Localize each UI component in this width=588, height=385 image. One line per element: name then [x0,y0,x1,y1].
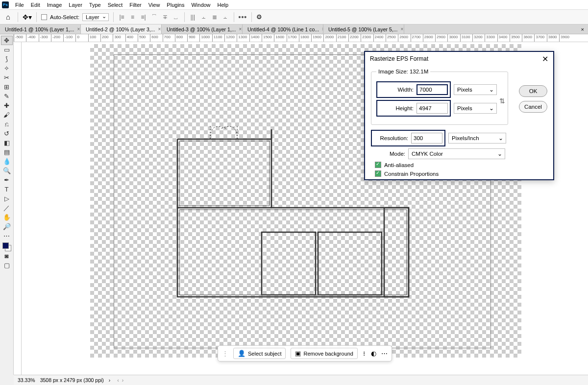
zoom-level[interactable]: 33.33% [18,377,35,383]
align-center-v-icon[interactable]: ∓ [161,13,169,21]
antialiased-checkbox[interactable] [375,162,381,168]
menu-type[interactable]: Type [86,1,104,9]
nav-next-icon[interactable]: › [122,377,124,383]
screen-mode-icon[interactable]: ▢ [1,261,13,270]
menu-file[interactable]: File [12,1,27,9]
menu-view[interactable]: View [145,1,164,9]
close-icon[interactable]: × [158,26,161,32]
move-tool-icon[interactable]: ✥▾ [23,13,32,21]
height-row-highlight: Height: [376,100,451,117]
button-label: Remove background [303,351,353,357]
dodge-tool-icon[interactable]: 🔍 [1,166,13,175]
drag-handle-icon[interactable]: ⋮ [222,350,228,357]
menu-window[interactable]: Window [188,1,214,9]
antialiased-row: Anti-aliased [375,162,547,168]
type-tool-icon[interactable]: T [1,185,13,194]
width-input[interactable] [416,84,448,95]
dialog-titlebar[interactable]: Rasterize EPS Format ✕ [365,52,553,66]
pen-tool-icon[interactable]: ✒ [1,175,13,185]
zoom-tool-icon[interactable]: 🔎 [1,222,13,231]
more-icon[interactable]: ⋯ [381,350,388,357]
document-tabs: Untitled-1 @ 100% (Layer 1,...× Untitled… [0,24,588,34]
height-label: Height: [379,105,414,111]
close-icon[interactable]: × [77,26,80,32]
menu-image[interactable]: Image [44,1,66,9]
healing-tool-icon[interactable]: ✚ [1,101,13,110]
height-input[interactable] [416,103,448,114]
move-tool-icon[interactable]: ✥ [1,36,13,45]
mode-dropdown[interactable]: CMYK Color [408,148,505,159]
menu-filter[interactable]: Filter [126,1,145,9]
align-right-icon[interactable]: ≡| [140,13,147,21]
tab-untitled-3[interactable]: Untitled-3 @ 100% (Layer 1,...× [162,24,243,34]
shape-tool-icon[interactable]: ／ [1,203,13,213]
svg-rect-1 [318,232,382,295]
eraser-tool-icon[interactable]: ◧ [1,138,13,147]
distribute-top-icon[interactable]: ⫠ [200,13,208,21]
menu-plugins[interactable]: Plugins [163,1,188,9]
close-icon[interactable]: ✕ [542,54,548,64]
3d-mode-icon[interactable]: ⚙ [256,13,262,21]
hand-tool-icon[interactable]: ✋ [1,213,13,222]
more-options-icon[interactable]: ••• [239,13,247,21]
tab-untitled-5[interactable]: Untitled-5 @ 100% (Layer 5,...× [323,24,404,34]
resolution-input[interactable] [411,133,442,144]
remove-background-button[interactable]: ▣Remove background [291,348,358,359]
link-icon[interactable]: ⇅ [499,97,505,105]
history-brush-tool-icon[interactable]: ↺ [1,129,13,138]
align-left-icon[interactable]: |≡ [118,13,126,21]
nav-prev-icon[interactable]: ‹ [117,377,119,383]
resolution-unit-dropdown[interactable]: Pixels/Inch [448,133,506,144]
auto-select-dropdown[interactable]: Layer [82,13,109,21]
transform-icon[interactable]: ⫶ [363,350,366,357]
select-subject-button[interactable]: 👤Select subject [233,348,286,359]
auto-select-checkbox[interactable] [41,14,47,20]
menu-select[interactable]: Select [104,1,126,9]
tab-untitled-2[interactable]: Untitled-2 @ 100% (Layer 3,...× [81,24,162,34]
adjustments-icon[interactable]: ◐ [371,350,376,357]
home-icon[interactable]: ⌂ [3,13,13,21]
tab-untitled-4[interactable]: Untitled-4 @ 100% (Line 1 co...× [243,24,323,34]
distribute-v-icon[interactable]: ≣ [211,13,219,21]
menu-help[interactable]: Help [214,1,232,9]
quick-mask-icon[interactable]: ◙ [1,251,13,261]
cancel-button[interactable]: Cancel [519,101,547,113]
frame-tool-icon[interactable]: ⊞ [1,82,13,92]
marquee-tool-icon[interactable]: ▭ [1,45,13,54]
constrain-row: Constrain Proportions [375,170,547,177]
options-bar: ⌂ ✥▾ Auto-Select: Layer |≡ ≡ ≡| ⎴ ∓ ⎵ ||… [0,10,588,24]
close-icon[interactable]: × [400,26,403,32]
height-unit-dropdown[interactable]: Pixels [454,103,497,114]
width-unit-dropdown[interactable]: Pixels [454,84,497,95]
status-bar: 33.33% 3508 px x 2479 px (300 ppi) › ‹ › [14,375,588,385]
ok-button[interactable]: OK [519,85,547,97]
path-select-tool-icon[interactable]: ▷ [1,194,13,203]
tab-label: Untitled-5 @ 100% (Layer 5,... [328,26,397,32]
menu-layer[interactable]: Layer [65,1,86,9]
vertical-ruler [14,42,22,375]
dialog-title: Rasterize EPS Format [370,55,428,62]
tab-untitled-1[interactable]: Untitled-1 @ 100% (Layer 1,...× [0,24,81,34]
close-icon[interactable]: × [239,26,242,32]
crop-tool-icon[interactable]: ✂ [1,73,13,82]
magic-wand-tool-icon[interactable]: ✧ [1,64,13,73]
align-top-icon[interactable]: ⎴ [150,13,158,21]
gradient-tool-icon[interactable]: ▤ [1,147,13,157]
align-center-h-icon[interactable]: ≡ [129,13,137,21]
distribute-bottom-icon[interactable]: ⫠ [221,13,229,21]
constrain-checkbox[interactable] [375,170,381,177]
stamp-tool-icon[interactable]: ⎌ [1,120,13,129]
svg-rect-2 [384,208,409,297]
lasso-tool-icon[interactable]: ⟆ [1,54,13,64]
distribute-h-icon[interactable]: ||| [189,13,197,21]
separator [184,12,185,22]
eyedropper-tool-icon[interactable]: ✎ [1,92,13,101]
edit-toolbar-icon[interactable]: ⋯ [1,231,13,241]
close-all-tabs[interactable]: × [577,24,588,34]
align-bottom-icon[interactable]: ⎵ [172,13,180,21]
chevron-right-icon[interactable]: › [109,377,111,383]
blur-tool-icon[interactable]: 💧 [1,157,13,166]
color-swatches[interactable] [2,242,11,251]
menu-edit[interactable]: Edit [27,1,44,9]
brush-tool-icon[interactable]: 🖌 [1,110,13,120]
